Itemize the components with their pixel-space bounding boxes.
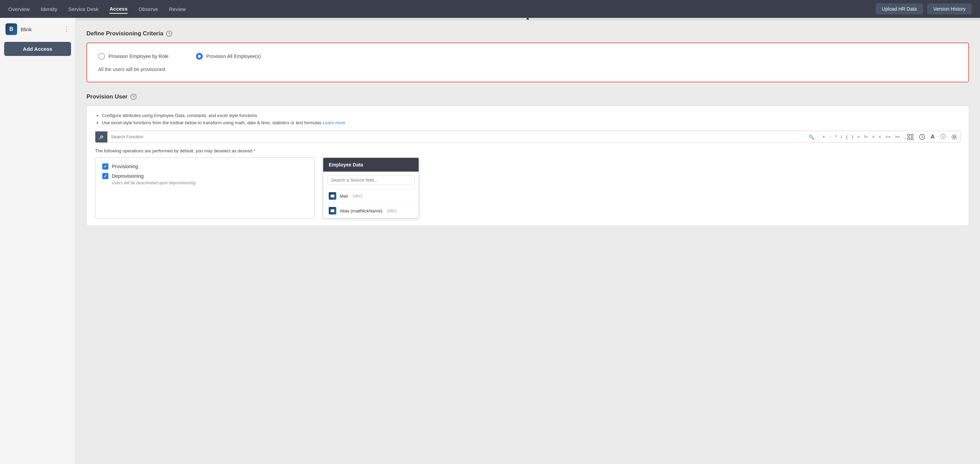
emp-panel-header: Employee Data xyxy=(323,158,418,172)
op-plus[interactable]: + xyxy=(821,131,827,142)
emp-panel-search xyxy=(323,172,418,189)
op-lte[interactable]: <= xyxy=(884,131,892,142)
radio-option-by-role[interactable]: Provision Employee by Role xyxy=(98,53,169,60)
op-close-paren[interactable]: ) xyxy=(850,131,855,142)
nav-service-desk[interactable]: Service Desk xyxy=(68,5,99,13)
emp-item-alias-type: (abc) xyxy=(387,208,396,213)
operations-label: The following operations are performed b… xyxy=(95,148,961,153)
op-greater[interactable]: > xyxy=(870,131,877,142)
top-nav: Overview Identity Service Desk Access Ob… xyxy=(0,0,980,18)
main-layout: B Blink ⋮ Add Access ▲ Define Provisioni… xyxy=(0,18,980,464)
search-function-icon[interactable]: 🔍 xyxy=(805,131,818,142)
emp-item-mail-name: Mail xyxy=(340,194,348,199)
font-icon[interactable]: A xyxy=(928,131,937,142)
operations-box: Provisioning Deprovisioning Users will b… xyxy=(95,158,315,218)
provision-user-title: Provision User ? xyxy=(86,93,969,100)
info-item-2: Use excel-style functions from the toolb… xyxy=(102,120,961,125)
clock-icon[interactable] xyxy=(916,132,928,142)
upload-hr-data-button[interactable]: Upload HR Data xyxy=(876,3,923,14)
nav-observe[interactable]: Observe xyxy=(138,5,158,13)
search-function-input[interactable] xyxy=(107,131,805,142)
svg-rect-2 xyxy=(908,138,910,140)
deprovisioning-label: Deprovisioning xyxy=(112,173,144,179)
provisioning-row: Provisioning xyxy=(102,163,307,169)
settings-icon[interactable] xyxy=(948,132,960,142)
criteria-description: All the users will be provisioned xyxy=(98,67,957,72)
op-not-equals[interactable]: != xyxy=(862,131,870,142)
emp-search-input[interactable] xyxy=(327,175,415,185)
radio-circle-by-role xyxy=(98,53,105,60)
op-open-paren[interactable]: ( xyxy=(845,131,849,142)
app-logo-icon: B xyxy=(5,23,17,35)
emp-item-mail-type: (abc) xyxy=(353,194,362,198)
info-list: Configure attributes using Employee Data… xyxy=(95,113,961,125)
svg-point-5 xyxy=(953,136,955,138)
op-slash[interactable]: / xyxy=(839,131,844,142)
scroll-arrow-up: ▲ xyxy=(525,18,530,21)
version-history-button[interactable]: Version History xyxy=(927,3,972,14)
content-area: Define Provisioning Criteria ? Provision… xyxy=(75,21,980,236)
scroll-indicator: ▲ xyxy=(75,18,980,21)
sidebar-header: B Blink ⋮ xyxy=(4,23,71,35)
deprovisioning-checkbox[interactable] xyxy=(102,173,108,179)
op-gte[interactable]: >= xyxy=(893,131,902,142)
nav-links: Overview Identity Service Desk Access Ob… xyxy=(8,5,186,14)
nav-review[interactable]: Review xyxy=(169,5,186,13)
app-name-label: Blink xyxy=(21,26,32,32)
op-star[interactable]: * xyxy=(833,131,838,142)
op-less[interactable]: < xyxy=(877,131,883,142)
toolbar-operators: + - * / ( ) = != > < <= >= xyxy=(818,131,905,142)
emp-item-mail-icon xyxy=(329,192,336,200)
emp-item-mail[interactable]: Mail (abc) xyxy=(323,189,418,204)
sidebar-logo: B Blink xyxy=(5,23,32,35)
provision-user-help-icon[interactable]: ? xyxy=(130,94,137,100)
op-equals[interactable]: = xyxy=(856,131,862,142)
op-minus[interactable]: - xyxy=(828,131,832,142)
nav-overview[interactable]: Overview xyxy=(8,5,30,13)
nav-actions: Upload HR Data Version History xyxy=(876,3,972,14)
nav-access[interactable]: Access xyxy=(110,5,128,14)
emp-item-alias-icon xyxy=(329,207,336,215)
learn-more-link[interactable]: Learn more xyxy=(323,120,345,125)
deprovisioning-row: Deprovisioning xyxy=(102,173,307,179)
radio-option-all-employees[interactable]: Provision All Employee(s) xyxy=(196,53,261,60)
radio-circle-all-employees xyxy=(196,53,203,60)
info-icon[interactable]: ⓘ xyxy=(937,131,948,142)
provision-box: Configure attributes using Employee Data… xyxy=(86,106,969,226)
radio-label-by-role: Provision Employee by Role xyxy=(108,54,169,59)
criteria-box: Provision Employee by Role Provision All… xyxy=(86,43,969,82)
deprovisioning-note: Users will be deactivated upon deprovisi… xyxy=(112,180,307,185)
emp-item-alias[interactable]: Alias (mailNickName) (abc) xyxy=(323,204,418,218)
nav-identity[interactable]: Identity xyxy=(41,5,57,13)
radio-label-all-employees: Provision All Employee(s) xyxy=(206,54,261,59)
function-toolbar: 𝑓𝑥 🔍 + - * / ( ) = != > < <= xyxy=(95,131,961,143)
main-content: ▲ Define Provisioning Criteria ? Provisi… xyxy=(75,18,980,464)
grid-icon[interactable] xyxy=(905,132,916,142)
fx-badge: 𝑓𝑥 xyxy=(95,131,107,142)
radio-row: Provision Employee by Role Provision All… xyxy=(98,53,957,60)
emp-item-alias-name: Alias (mailNickName) xyxy=(340,208,382,214)
define-provisioning-title: Define Provisioning Criteria ? xyxy=(86,30,969,37)
provisioning-checkbox[interactable] xyxy=(102,163,108,169)
provisioning-label: Provisioning xyxy=(112,164,138,169)
svg-rect-1 xyxy=(911,134,913,136)
sidebar: B Blink ⋮ Add Access xyxy=(0,18,75,464)
employee-data-panel: Employee Data Mail xyxy=(323,158,419,218)
svg-rect-0 xyxy=(908,134,910,136)
sidebar-menu-icon[interactable]: ⋮ xyxy=(64,26,70,33)
define-provisioning-help-icon[interactable]: ? xyxy=(166,30,172,37)
info-item-1: Configure attributes using Employee Data… xyxy=(102,113,961,118)
add-access-button[interactable]: Add Access xyxy=(4,42,71,56)
svg-rect-3 xyxy=(911,138,913,140)
